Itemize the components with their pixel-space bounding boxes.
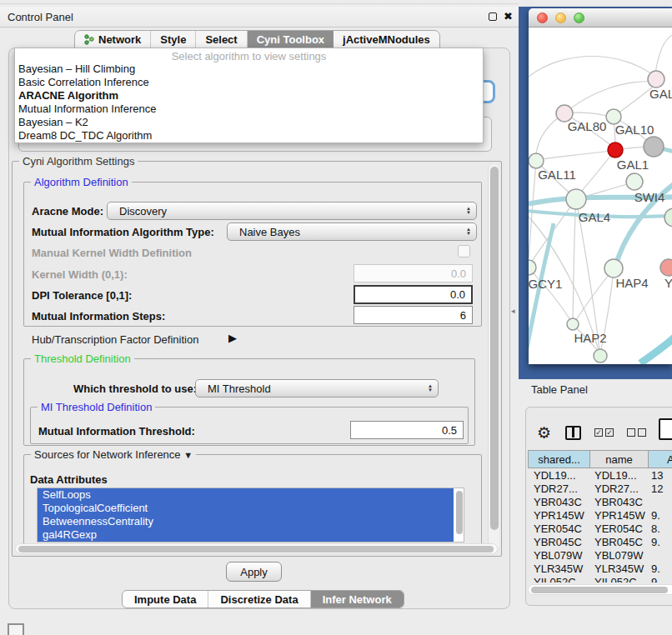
node[interactable] <box>664 208 672 227</box>
dropdown-item-selected[interactable]: ARACNE Algorithm <box>15 89 483 102</box>
node-gal10[interactable] <box>644 137 664 157</box>
table-row[interactable]: YBR045CYBR045C9. <box>528 536 672 549</box>
node-label: HAP2 <box>574 331 606 345</box>
table-hscrollbar[interactable] <box>528 584 672 595</box>
tab-discretize-data[interactable]: Discretize Data <box>208 591 310 608</box>
node-hap2[interactable] <box>567 318 579 330</box>
tab-cyni-toolbox[interactable]: Cyni Toolbox <box>248 31 333 48</box>
cell: 9. <box>649 509 672 522</box>
table-row[interactable]: YIL052CYIL052C9 <box>528 576 672 582</box>
node-gal11[interactable] <box>529 153 544 168</box>
node[interactable] <box>660 259 672 276</box>
network-tab-icon <box>84 34 95 45</box>
node-label: GAL10 <box>615 122 654 137</box>
cyni-settings-legend: Cyni Algorithm Settings <box>19 155 138 168</box>
attribute-item[interactable]: SelfLoops <box>38 488 454 502</box>
dropdown-item[interactable]: Bayesian – K2 <box>15 116 483 129</box>
tab-select-label: Select <box>205 33 237 46</box>
gear-icon[interactable]: ⚙ <box>537 423 551 442</box>
cell <box>649 496 672 509</box>
float-panel-icon[interactable] <box>489 12 497 21</box>
column-header-shared-name[interactable]: shared... <box>528 450 590 468</box>
network-window-titlebar[interactable] <box>529 8 672 28</box>
tab-impute-data[interactable]: Impute Data <box>123 591 208 608</box>
attributes-vscrollbar-thumb[interactable] <box>456 491 463 534</box>
table-row[interactable]: YBL079WYBL079W <box>528 549 672 562</box>
cell: YIL052C <box>528 576 590 582</box>
table-row[interactable]: YBR043CYBR043C <box>528 496 672 509</box>
algorithm-definition-legend: Algorithm Definition <box>31 176 132 188</box>
apply-button[interactable]: Apply <box>226 562 282 582</box>
settings-hscrollbar[interactable] <box>15 543 498 554</box>
mi-steps-field[interactable]: 6 <box>354 306 473 324</box>
control-panel-title: Control Panel <box>0 11 73 23</box>
zoom-window-icon[interactable] <box>574 12 584 23</box>
tab-jactivemnodules[interactable]: jActiveMNodules <box>333 31 439 48</box>
node-label: GCY1 <box>529 277 562 291</box>
mi-type-label: Mutual Information Algorithm Type: <box>32 226 214 238</box>
table-row[interactable]: YDR27...YDR27...12 <box>528 482 672 496</box>
panel-splitter-arrow-icon[interactable]: ◂ <box>511 307 515 315</box>
close-panel-icon[interactable]: ✖ <box>504 10 513 22</box>
tab-network[interactable]: Network <box>75 31 151 48</box>
kernel-width-value: 0.0 <box>451 268 466 280</box>
bottom-left-widget[interactable] <box>8 623 24 635</box>
tab-style[interactable]: Style <box>151 31 196 48</box>
dpi-tolerance-field[interactable]: 0.0 <box>354 285 473 304</box>
settings-vscrollbar-thumb[interactable] <box>490 167 499 530</box>
node[interactable] <box>594 349 607 362</box>
settings-hscrollbar-thumb[interactable] <box>18 546 494 552</box>
attribute-item[interactable]: gal4RGexp <box>38 528 454 542</box>
attribute-item[interactable]: TopologicalCoefficient <box>38 502 454 515</box>
table-toolbar: ⚙ ✓✓ <box>530 420 672 445</box>
node[interactable] <box>648 71 664 88</box>
cell: YLR345W <box>528 562 590 576</box>
tab-select[interactable]: Select <box>196 31 247 48</box>
collapse-arrow-icon[interactable]: ▼ <box>183 450 193 460</box>
aracne-mode-combobox[interactable]: Discovery ▲▼ <box>107 202 477 220</box>
which-threshold-combobox[interactable]: MI Threshold ▲▼ <box>195 379 439 398</box>
cell: 9. <box>649 536 672 549</box>
dropdown-item[interactable]: Mutual Information Inference <box>15 102 483 116</box>
minimize-window-icon[interactable] <box>555 12 566 23</box>
dropdown-item[interactable]: Bayesian – Hill Climbing <box>15 62 483 76</box>
node-hap4[interactable] <box>604 259 623 278</box>
table-header-row: shared... name A <box>528 450 672 468</box>
settings-vscrollbar[interactable] <box>488 164 499 549</box>
tab-infer-network[interactable]: Infer Network <box>311 591 404 608</box>
node-gal4[interactable] <box>566 189 586 209</box>
mi-type-combobox[interactable]: Naive Bayes ▲▼ <box>227 222 477 241</box>
checked-box-icon: ✓ <box>605 428 614 437</box>
cell: 12 <box>649 482 672 496</box>
node-gal1[interactable] <box>608 142 623 158</box>
column-header-name[interactable]: name <box>590 450 649 468</box>
table-hscrollbar-thumb[interactable] <box>531 587 668 593</box>
export-table-icon[interactable] <box>659 418 672 440</box>
column-header-partial[interactable]: A <box>649 450 672 468</box>
cell: YIL052C <box>590 576 649 582</box>
hub-expand-arrow-icon[interactable]: ▶ <box>228 332 237 344</box>
select-all-columns-icon[interactable]: ✓✓ <box>594 428 614 437</box>
kernel-width-field[interactable]: 0.0 <box>354 264 473 282</box>
network-canvas[interactable]: GAL GAL80 GAL10 GAL1 GAL11 SWI4 GAL4 GCY… <box>529 28 672 364</box>
node-gcy1[interactable] <box>529 260 536 275</box>
cell: YBL079W <box>590 549 649 562</box>
aracne-mode-label: Aracne Mode: <box>32 205 103 218</box>
manual-kernel-checkbox[interactable] <box>458 245 470 258</box>
column-view-icon[interactable] <box>565 426 581 440</box>
table-row[interactable]: YPR145WYPR145W9. <box>528 509 672 522</box>
table-row[interactable]: YLR345WYLR345W9. <box>528 562 672 576</box>
table-row[interactable]: YDL19...YDL19...13 <box>528 469 672 482</box>
table-row[interactable]: YER054CYER054C8. <box>528 522 672 536</box>
deselect-all-columns-icon[interactable] <box>627 428 646 437</box>
dropdown-item[interactable]: Basic Correlation Inference <box>15 76 483 89</box>
cell: YER054C <box>590 522 649 536</box>
dropdown-item[interactable]: Dream8 DC_TDC Algorithm <box>15 129 483 142</box>
mi-threshold-field[interactable]: 0.5 <box>350 421 464 439</box>
apply-button-label: Apply <box>240 566 268 578</box>
close-window-icon[interactable] <box>537 12 548 23</box>
node-swi4[interactable] <box>626 173 643 190</box>
attribute-item[interactable]: BetweennessCentrality <box>38 515 454 528</box>
sources-legend: Sources for Network Inference ▼ <box>31 448 196 461</box>
cell: YLR345W <box>590 562 649 576</box>
